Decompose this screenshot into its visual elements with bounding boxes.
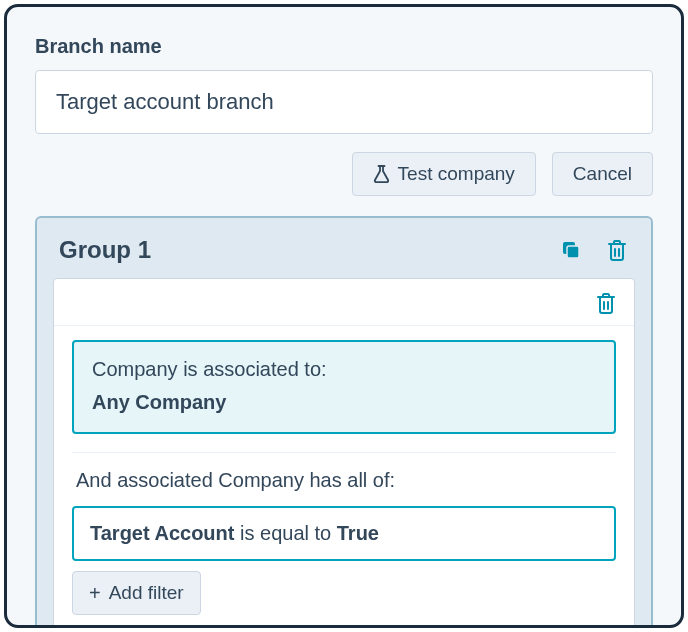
group-header-icons bbox=[559, 238, 629, 262]
test-company-label: Test company bbox=[398, 163, 515, 185]
association-value: Any Company bbox=[92, 391, 596, 414]
divider bbox=[72, 452, 616, 453]
condition-card-header bbox=[54, 279, 634, 326]
condition-card: Company is associated to: Any Company An… bbox=[53, 278, 635, 628]
association-box[interactable]: Company is associated to: Any Company bbox=[72, 340, 616, 434]
add-filter-button[interactable]: + Add filter bbox=[72, 571, 201, 615]
filter-row[interactable]: Target Account is equal to True bbox=[72, 506, 616, 561]
actions-row: Test company Cancel bbox=[35, 152, 653, 196]
svg-rect-1 bbox=[567, 246, 579, 258]
filter-operator: is equal to bbox=[240, 522, 331, 544]
filter-value: True bbox=[337, 522, 379, 544]
filter-property: Target Account bbox=[90, 522, 234, 544]
plus-icon: + bbox=[89, 583, 101, 603]
association-label: Company is associated to: bbox=[92, 358, 596, 381]
group-title: Group 1 bbox=[59, 236, 151, 264]
flask-icon bbox=[373, 165, 390, 183]
add-filter-label: Add filter bbox=[109, 582, 184, 604]
test-company-button[interactable]: Test company bbox=[352, 152, 536, 196]
branch-name-label: Branch name bbox=[35, 35, 653, 58]
delete-group-icon[interactable] bbox=[605, 238, 629, 262]
cancel-label: Cancel bbox=[573, 163, 632, 185]
group-header: Group 1 bbox=[37, 218, 651, 278]
filter-group: Group 1 bbox=[35, 216, 653, 628]
cancel-button[interactable]: Cancel bbox=[552, 152, 653, 196]
branch-name-input[interactable] bbox=[35, 70, 653, 134]
branch-editor-panel: Branch name Test company Cancel Group 1 bbox=[4, 4, 684, 628]
clone-icon[interactable] bbox=[559, 238, 583, 262]
delete-condition-icon[interactable] bbox=[594, 291, 618, 315]
subcondition-label: And associated Company has all of: bbox=[72, 469, 616, 492]
condition-block: Company is associated to: Any Company An… bbox=[54, 326, 634, 628]
